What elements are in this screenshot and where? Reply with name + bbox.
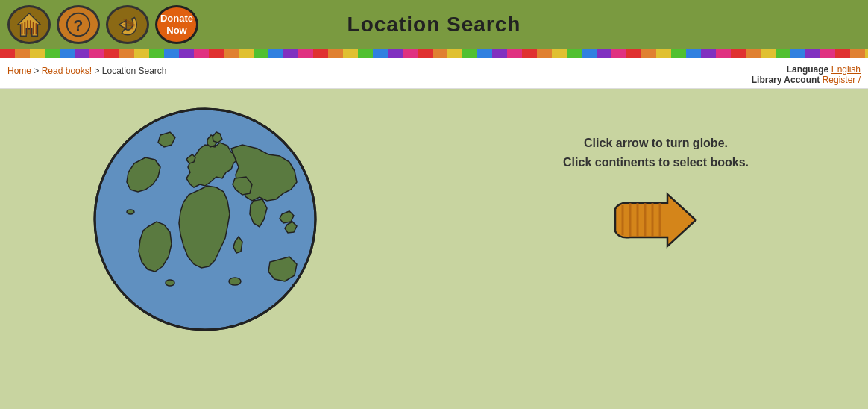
instruction-line1: Click arrow to turn globe.	[563, 134, 749, 153]
rotate-arrow-button[interactable]	[608, 187, 705, 257]
back-button[interactable]	[106, 5, 149, 44]
account-info: Language English Library Account Registe…	[752, 61, 861, 85]
globe-container	[89, 104, 321, 338]
library-account-label: Library Account	[752, 75, 820, 85]
footer-area: Text Version	[0, 402, 868, 409]
help-button[interactable]: ?	[57, 5, 100, 44]
svg-point-17	[127, 210, 134, 214]
svg-point-16	[166, 280, 174, 286]
language-link[interactable]: English	[831, 64, 861, 75]
header: ? Donate Now Location Search	[0, 0, 868, 49]
donate-button[interactable]: Donate Now	[155, 5, 198, 44]
info-bar: Home > Read books! > Location Search Lan…	[0, 58, 868, 89]
svg-marker-0	[18, 13, 40, 36]
register-link[interactable]: Register /	[823, 75, 861, 85]
breadcrumb: Home > Read books! > Location Search	[7, 61, 167, 76]
globe-svg[interactable]	[89, 104, 321, 335]
breadcrumb-readbooks-link[interactable]: Read books!	[42, 66, 92, 76]
main-content: Click arrow to turn globe. Click contine…	[0, 89, 868, 402]
breadcrumb-current: Location Search	[102, 66, 167, 76]
page-title: Location Search	[347, 13, 521, 37]
language-label: Language	[787, 64, 829, 75]
svg-point-15	[229, 278, 241, 285]
rainbow-bar	[0, 49, 868, 58]
home-button[interactable]	[7, 5, 51, 44]
breadcrumb-home-link[interactable]: Home	[7, 66, 31, 76]
instruction-line2: Click continents to select books.	[563, 153, 749, 172]
svg-text:?: ?	[74, 16, 84, 34]
instructions: Click arrow to turn globe. Click contine…	[563, 134, 749, 257]
